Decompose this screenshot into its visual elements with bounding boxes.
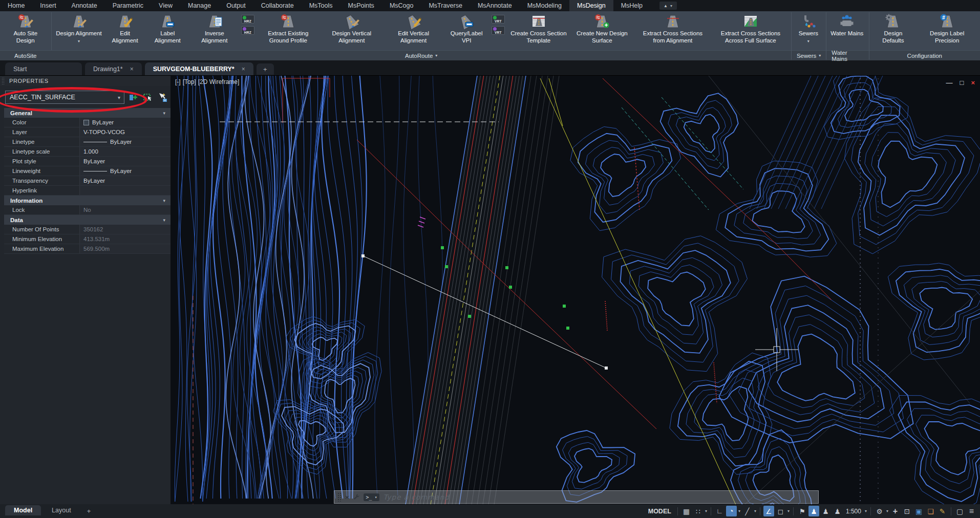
design-label-precision-button[interactable]: # Design Label Precision xyxy=(916,13,978,45)
doc-tab-drawing1[interactable]: Drawing1* × xyxy=(85,62,142,75)
command-prompt-chip[interactable]: >_ ▾ xyxy=(364,493,380,501)
layout-tab[interactable]: Layout xyxy=(43,505,80,515)
group-label-autosite[interactable]: AutoSite xyxy=(0,50,51,60)
menu-tab-msmodeling[interactable]: MsModeling xyxy=(520,0,569,11)
section-header-information[interactable]: Information▾ xyxy=(4,196,171,205)
menu-tab-output[interactable]: Output xyxy=(219,0,253,11)
property-row-maximum-elevation[interactable]: Maximum Elevation 569.500m xyxy=(4,244,171,254)
palette-grip-icon[interactable] xyxy=(2,77,5,84)
toggle-pickadd-button[interactable] xyxy=(129,92,139,102)
group-label-configuration[interactable]: Configuration xyxy=(869,50,980,60)
group-label-sewers[interactable]: Sewers▾ xyxy=(792,50,826,60)
annotation-scale-value[interactable]: 1:500 xyxy=(844,508,863,515)
menu-tab-manage[interactable]: Manage xyxy=(180,0,219,11)
group-label-water-mains[interactable]: Water Mains xyxy=(826,50,868,60)
viewport-view-control[interactable]: [Top] xyxy=(183,78,196,85)
menu-tab-msdesign[interactable]: MsDesign xyxy=(569,0,613,11)
inverse-alignment-button[interactable]: Inverse Alignment xyxy=(190,13,239,45)
edit-alignment-button[interactable]: Edit Alignment xyxy=(105,13,145,45)
drawing-viewport[interactable]: [-] [Top] [2D Wireframe] — □ × × >_ ▾ Ty xyxy=(171,76,980,504)
sewers-button[interactable]: Sewers▾ xyxy=(794,13,823,45)
edit-vertical-alignment-button[interactable]: Edit Vertical Alignment xyxy=(384,13,443,45)
menu-tab-mshelp[interactable]: MsHelp xyxy=(613,0,650,11)
hrz-add-button[interactable]: HRZ xyxy=(241,15,254,24)
clean-screen-icon[interactable]: ▢ xyxy=(954,506,965,516)
chevron-down-icon[interactable]: ▾ xyxy=(864,509,867,513)
annotation-visibility-icon[interactable]: ⚑ xyxy=(797,506,807,516)
topographic-drawing[interactable] xyxy=(171,76,980,504)
design-defaults-button[interactable]: Design Defaults xyxy=(871,13,915,45)
properties-title-bar[interactable]: PROPERTIES xyxy=(0,76,171,86)
annotation-scale-current-icon[interactable]: ♟ xyxy=(820,506,831,516)
property-row-plot-style[interactable]: Plot style ByLayer xyxy=(4,157,171,166)
section-header-data[interactable]: Data▾ xyxy=(4,215,171,225)
viewport-visual-style-control[interactable]: [2D Wireframe] xyxy=(198,78,240,85)
extract-ground-profile-button[interactable]: Extract Existing Ground Profile xyxy=(257,13,319,45)
doc-tab-start[interactable]: Start xyxy=(5,62,82,75)
property-row-layer[interactable]: Layer V-TOPO-VCOG xyxy=(4,127,171,137)
command-input[interactable]: Type a command xyxy=(383,493,449,501)
design-alignment-button[interactable]: Design Alignment ▾ xyxy=(53,13,104,45)
annotation-scale-sync-icon[interactable]: ♟ xyxy=(832,506,843,516)
menu-tab-annotate[interactable]: Annotate xyxy=(64,0,105,11)
menu-tab-collaborate[interactable]: Collaborate xyxy=(253,0,302,11)
vrt-add-button[interactable]: VRT xyxy=(492,15,505,24)
doc-tab-survgeom-blueberry[interactable]: SURVGEOM-BLUEBERRY* × xyxy=(145,62,253,75)
restore-icon[interactable]: □ xyxy=(960,79,964,87)
osnap-icon[interactable]: ◻ xyxy=(775,506,786,516)
menu-tab-mspoints[interactable]: MsPoints xyxy=(340,0,381,11)
auto-site-design-button[interactable]: Auto Site Design xyxy=(2,13,49,45)
annotation-autoscale-icon[interactable]: ♟ xyxy=(808,506,819,516)
close-icon[interactable]: × xyxy=(971,79,975,87)
chevron-down-icon[interactable]: ▾ xyxy=(738,509,741,513)
menu-tab-insert[interactable]: Insert xyxy=(32,0,63,11)
water-mains-button[interactable]: Water Mains xyxy=(828,13,865,38)
grid-icon[interactable]: ▦ xyxy=(681,506,692,516)
graphics-performance-icon[interactable]: ▣ xyxy=(913,506,924,516)
chevron-down-icon[interactable]: ▾ xyxy=(754,509,757,513)
ortho-icon[interactable]: ∟ xyxy=(714,506,725,516)
ribbon-minimize-control[interactable]: ▲ ▾ xyxy=(659,2,677,10)
menu-tab-mstools[interactable]: MsTools xyxy=(302,0,340,11)
model-tab[interactable]: Model xyxy=(5,505,41,515)
new-drawing-tab-button[interactable]: + xyxy=(257,63,274,75)
extract-cross-sections-from-alignment-button[interactable]: Extract Cross Sections from Alignment xyxy=(634,13,711,45)
property-row-linetype-scale[interactable]: Linetype scale 1.000 xyxy=(4,147,171,157)
command-line-grip[interactable] xyxy=(337,492,342,502)
property-row-color[interactable]: Color ByLayer xyxy=(4,118,171,127)
vrt-edit-button[interactable]: VRT xyxy=(492,26,505,35)
menu-tab-home[interactable]: Home xyxy=(0,0,32,11)
close-icon[interactable]: × xyxy=(345,493,349,501)
property-row-transparency[interactable]: Transparency ByLayer xyxy=(4,176,171,186)
selection-cycling-icon[interactable]: + xyxy=(890,506,901,516)
property-row-number-of-points[interactable]: Number Of Points 350162 xyxy=(4,225,171,234)
minimize-icon[interactable]: — xyxy=(946,79,953,87)
quick-select-button[interactable] xyxy=(157,92,167,102)
create-new-design-surface-button[interactable]: Create New Design Surface xyxy=(571,13,633,45)
annotation-monitor-icon[interactable]: ✎ xyxy=(937,506,948,516)
label-alignment-button[interactable]: Label Alignment xyxy=(146,13,189,45)
group-label-autoroute[interactable]: AutoRoute▾ xyxy=(51,50,791,60)
design-vertical-alignment-button[interactable]: Design Vertical Alignment xyxy=(321,13,383,45)
new-layout-button[interactable]: + xyxy=(82,507,96,515)
menu-tab-view[interactable]: View xyxy=(151,0,180,11)
menu-tab-msannotate[interactable]: MsAnnotate xyxy=(470,0,520,11)
object-type-dropdown[interactable]: AECC_TIN_SURFACE ▾ xyxy=(5,91,124,104)
chevron-down-icon[interactable]: ▾ xyxy=(787,509,790,513)
query-label-vpi-button[interactable]: Query/Label VPI xyxy=(444,13,488,45)
section-header-general[interactable]: General▾ xyxy=(4,108,171,118)
customization-icon[interactable]: ≡ xyxy=(966,506,977,516)
property-row-minimum-elevation[interactable]: Minimum Elevation 413.531m xyxy=(4,234,171,244)
polar-tracking-icon[interactable]: ◔ xyxy=(726,506,737,516)
extract-cross-sections-across-full-surface-button[interactable]: Extract Cross Sections Across Full Surfa… xyxy=(712,13,789,45)
close-icon[interactable]: × xyxy=(242,66,245,73)
viewport-menu-control[interactable]: [-] xyxy=(175,78,181,85)
command-line[interactable]: × >_ ▾ Type a command xyxy=(334,490,819,504)
hrz-edit-button[interactable]: HRZ xyxy=(241,26,254,35)
hardware-acceleration-icon[interactable]: ❏ xyxy=(925,506,936,516)
osnap-tracking-icon[interactable]: ∠ xyxy=(763,506,774,516)
select-objects-button[interactable] xyxy=(143,92,153,102)
model-space-toggle[interactable]: MODEL xyxy=(645,508,674,515)
property-row-lock[interactable]: Lock No xyxy=(4,205,171,215)
property-row-hyperlink[interactable]: Hyperlink xyxy=(4,186,171,196)
